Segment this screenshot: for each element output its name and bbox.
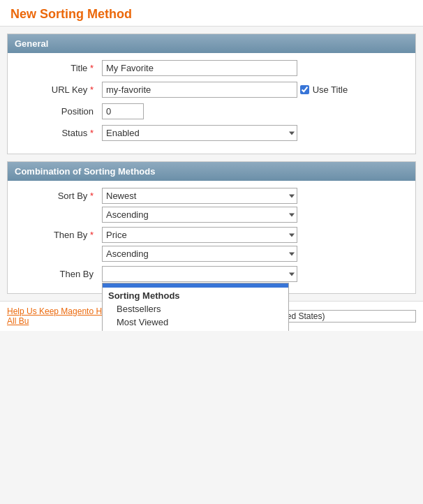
then-by-2-row: Then By Sorting Methods Bestsellers Mos [18, 266, 405, 282]
url-key-required-star: * [90, 84, 94, 95]
url-key-input[interactable] [102, 82, 297, 98]
position-field [102, 103, 405, 119]
url-key-row: URL Key * Use Title [18, 82, 405, 98]
use-title-checkbox[interactable] [300, 85, 309, 94]
sorting-section-header: Combination of Sorting Methods [8, 162, 415, 181]
status-field: Enabled Disabled [102, 125, 405, 141]
use-title-label[interactable]: Use Title [300, 84, 348, 95]
dropdown-item-biggest-saving[interactable]: Biggest Saving [103, 329, 288, 331]
position-row: Position [18, 103, 405, 119]
then-by-2-fields: Sorting Methods Bestsellers Most Viewed … [102, 266, 297, 282]
then-by-1-value-wrapper: Price Newest [102, 227, 297, 243]
title-input[interactable] [102, 60, 297, 76]
then-by-1-required: * [90, 230, 94, 240]
then-by-2-dropdown-popup: Sorting Methods Bestsellers Most Viewed … [102, 283, 289, 331]
page-title: New Sorting Method [0, 0, 423, 27]
status-select-wrapper: Enabled Disabled [102, 125, 297, 141]
dropdown-item-bestsellers[interactable]: Bestsellers [103, 302, 288, 316]
general-section: General Title * URL Key * Use [7, 34, 416, 154]
title-label: Title * [18, 63, 102, 73]
position-input[interactable] [102, 103, 144, 119]
then-by-1-row: Then By * Price Newest Ascending Descend… [18, 227, 405, 262]
status-required-star: * [90, 128, 94, 138]
sort-by-value-wrapper: Newest Price Bestsellers [102, 188, 297, 204]
general-section-header: General [8, 34, 415, 53]
sort-by-order-select[interactable]: Ascending Descending [102, 207, 297, 223]
status-select[interactable]: Enabled Disabled [102, 125, 297, 141]
sort-by-fields: Newest Price Bestsellers Ascending Desce… [102, 188, 297, 223]
sort-by-row: Sort By * Newest Price Bestsellers Ascen… [18, 188, 405, 223]
then-by-1-order-select[interactable]: Ascending Descending [102, 246, 297, 262]
url-key-field: Use Title [102, 82, 405, 98]
dropdown-item-most-viewed[interactable]: Most Viewed [103, 316, 288, 329]
then-by-2-label: Then By [18, 266, 102, 279]
general-section-body: Title * URL Key * Use Title [8, 53, 415, 154]
sorting-section: Combination of Sorting Methods Sort By *… [7, 161, 416, 294]
title-field [102, 60, 405, 76]
then-by-1-fields: Price Newest Ascending Descending [102, 227, 297, 262]
sort-by-order-wrapper: Ascending Descending [102, 207, 297, 223]
sort-by-value-select[interactable]: Newest Price Bestsellers [102, 188, 297, 204]
then-by-1-value-select[interactable]: Price Newest [102, 227, 297, 243]
status-row: Status * Enabled Disabled [18, 125, 405, 141]
url-key-label: URL Key * [18, 84, 102, 95]
position-label: Position [18, 106, 102, 117]
title-row: Title * [18, 60, 405, 76]
then-by-1-label: Then By * [18, 227, 102, 240]
group-sorting-methods: Sorting Methods [103, 288, 288, 302]
then-by-2-value-select[interactable] [102, 266, 297, 282]
title-required-star: * [90, 63, 94, 73]
sort-by-label: Sort By * [18, 188, 102, 201]
status-label: Status * [18, 128, 102, 138]
then-by-2-value-wrapper [102, 266, 297, 282]
sort-by-required: * [90, 191, 94, 201]
then-by-1-order-wrapper: Ascending Descending [102, 246, 297, 262]
sorting-section-body: Sort By * Newest Price Bestsellers Ascen… [8, 181, 415, 293]
